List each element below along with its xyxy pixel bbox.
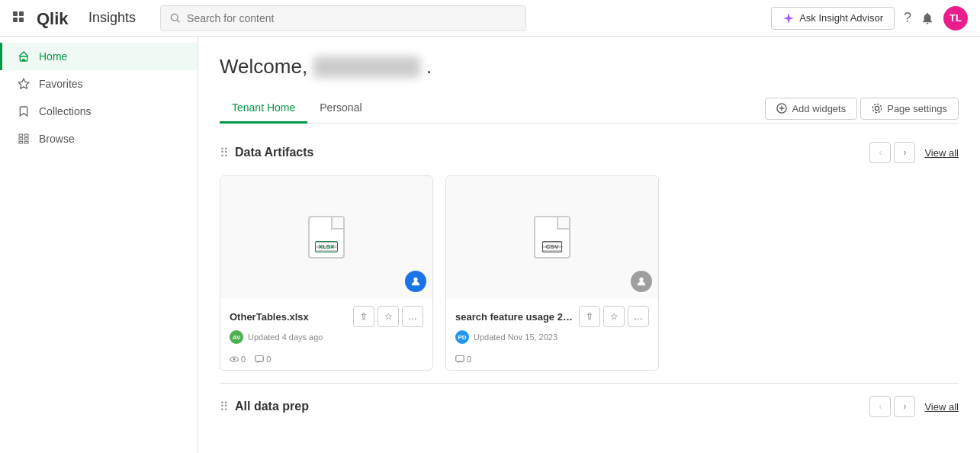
tab-personal[interactable]: Personal <box>307 94 374 124</box>
bookmark-icon <box>18 105 30 117</box>
tab-tenant-home[interactable]: Tenant Home <box>220 94 307 124</box>
topbar: Qlik Insights Ask Insight Advisor ? TL <box>0 0 980 37</box>
welcome-prefix: Welcome, <box>220 55 307 79</box>
svg-rect-9 <box>22 59 25 61</box>
add-widgets-label: Add widgets <box>792 103 846 114</box>
search-icon <box>170 13 181 24</box>
data-artifacts-prev-button[interactable]: ‹ <box>869 142 891 163</box>
sparkle-icon <box>782 12 795 24</box>
all-data-prep-prev-button[interactable]: ‹ <box>869 396 891 417</box>
sidebar-collections-label: Collections <box>39 105 91 117</box>
tabs-row: Tenant Home Personal Add widgets <box>220 94 959 124</box>
svg-marker-7 <box>783 13 794 24</box>
all-data-prep-title: All data prep <box>235 400 309 413</box>
views-count: 0 <box>241 355 246 364</box>
card-updated-search-feature: Updated Nov 15, 2023 <box>474 333 557 342</box>
comments-stat: 0 <box>255 355 271 364</box>
add-widgets-button[interactable]: Add widgets <box>765 98 857 120</box>
all-data-prep-next-button[interactable]: › <box>894 396 915 417</box>
topbar-right: Ask Insight Advisor ? TL <box>771 6 968 31</box>
card-preview-search-feature: CSV <box>446 176 658 298</box>
svg-rect-25 <box>255 356 264 362</box>
app-title: Insights <box>88 10 136 26</box>
svg-point-5 <box>171 14 178 21</box>
card-more-button-2[interactable]: … <box>628 306 649 327</box>
section-dots-icon-2: ⠿ <box>220 400 229 414</box>
sidebar-item-browse[interactable]: Browse <box>0 125 198 153</box>
card-footer-othertables: OtherTables.xlsx ⇧ ☆ … AV Updated 4 days… <box>220 298 432 352</box>
svg-rect-15 <box>24 138 28 140</box>
card-title-othertables: OtherTables.xlsx <box>230 311 309 323</box>
search-input[interactable] <box>187 12 516 24</box>
csv-badge: CSV <box>542 241 562 252</box>
card-more-button[interactable]: … <box>402 306 423 327</box>
xlsx-file-icon: XLSX <box>308 216 345 259</box>
card-meta-search-feature: PD Updated Nov 15, 2023 <box>455 330 649 344</box>
card-search-feature: CSV search feature usage 2023.cs <box>445 175 659 371</box>
card-meta-othertables: AV Updated 4 days ago <box>230 330 423 344</box>
comments-stat-2: 0 <box>455 355 471 364</box>
card-stats-search-feature: 0 <box>446 352 658 370</box>
page-settings-button[interactable]: Page settings <box>860 98 959 120</box>
card-upload-button-2[interactable]: ⇧ <box>579 306 600 327</box>
svg-point-20 <box>876 106 879 110</box>
welcome-heading: Welcome, . <box>220 55 959 79</box>
browse-icon <box>18 133 30 145</box>
svg-rect-16 <box>24 141 28 143</box>
sidebar-browse-label: Browse <box>39 133 75 145</box>
all-data-prep-view-all-button[interactable]: View all <box>924 401 959 413</box>
svg-text:Qlik: Qlik <box>37 9 69 28</box>
content-area: Welcome, . Tenant Home Personal Add widg… <box>198 37 980 453</box>
all-data-prep-section-header: ⠿ All data prep ‹ › View all <box>220 396 959 417</box>
data-artifacts-section-header: ⠿ Data Artifacts ‹ › View all <box>220 142 959 163</box>
card-title-search-feature: search feature usage 2023.cs <box>455 311 577 323</box>
page-settings-label: Page settings <box>887 103 947 114</box>
svg-rect-3 <box>19 18 24 22</box>
card-star-button-2[interactable]: ☆ <box>603 306 625 327</box>
card-user-icon <box>631 271 652 292</box>
cards-row: XLSX OtherTables.xlsx ⇧ <box>220 175 959 371</box>
xlsx-badge: XLSX <box>315 241 339 252</box>
logo: Qlik Insights <box>37 8 136 29</box>
svg-point-24 <box>233 358 236 361</box>
data-artifacts-next-button[interactable]: › <box>894 142 915 163</box>
comments-count: 0 <box>266 355 271 364</box>
card-stats-othertables: 0 0 <box>220 352 432 370</box>
notifications-button[interactable] <box>921 11 934 25</box>
ask-advisor-button[interactable]: Ask Insight Advisor <box>771 7 895 30</box>
sidebar-item-collections[interactable]: Collections <box>0 98 198 125</box>
plus-icon <box>776 103 787 114</box>
card-othertables: XLSX OtherTables.xlsx ⇧ <box>220 175 433 371</box>
star-icon <box>18 78 30 90</box>
data-artifacts-view-all-button[interactable]: View all <box>924 147 959 159</box>
svg-rect-1 <box>19 11 24 16</box>
home-icon <box>18 50 30 63</box>
svg-rect-2 <box>13 18 18 22</box>
card-owner-icon <box>405 271 426 292</box>
sidebar-item-favorites[interactable]: Favorites <box>0 70 198 98</box>
sidebar-item-home[interactable]: Home <box>0 43 198 70</box>
card-avatar-othertables: AV <box>230 330 243 344</box>
eye-icon <box>230 355 239 364</box>
apps-menu-button[interactable] <box>12 11 27 26</box>
username-blurred <box>313 56 420 78</box>
svg-rect-14 <box>24 134 28 137</box>
svg-marker-10 <box>18 79 28 88</box>
ask-advisor-label: Ask Insight Advisor <box>799 12 883 24</box>
views-stat: 0 <box>230 355 246 364</box>
card-preview-othertables: XLSX <box>220 176 432 298</box>
svg-line-6 <box>177 20 179 22</box>
card-footer-search-feature: search feature usage 2023.cs ⇧ ☆ … PD Up… <box>446 298 658 352</box>
card-actions-othertables: ⇧ ☆ … <box>353 306 423 327</box>
avatar[interactable]: TL <box>943 6 968 31</box>
help-button[interactable]: ? <box>904 10 911 26</box>
section-dots-icon: ⠿ <box>220 146 229 160</box>
card-avatar-search-feature: PD <box>455 330 469 344</box>
card-star-button[interactable]: ☆ <box>378 306 399 327</box>
search-bar[interactable] <box>160 5 526 31</box>
card-upload-button[interactable]: ⇧ <box>353 306 374 327</box>
section-divider <box>220 383 959 384</box>
card-actions-search-feature: ⇧ ☆ … <box>579 306 649 327</box>
bell-icon <box>921 11 934 25</box>
comment-icon-2 <box>455 355 464 364</box>
